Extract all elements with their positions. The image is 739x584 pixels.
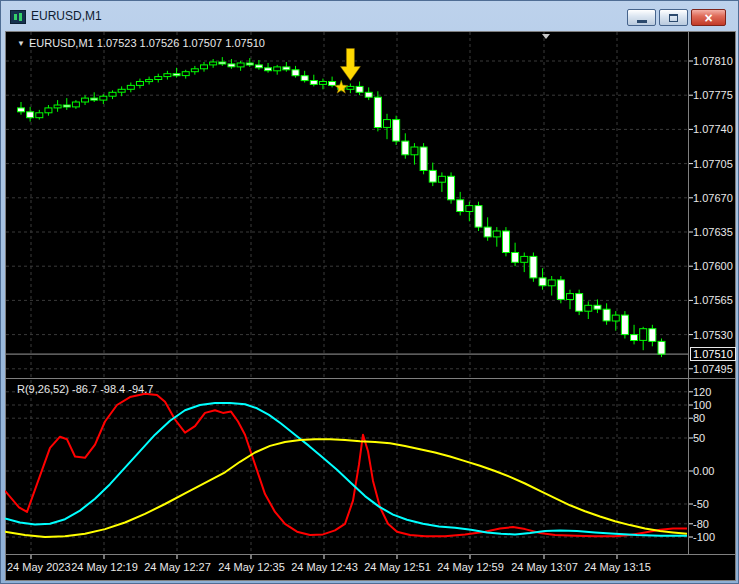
- candle-body: [310, 81, 317, 85]
- candle-body: [210, 62, 217, 65]
- indicator-axis-label: -100: [693, 531, 715, 544]
- candle-body: [649, 329, 656, 342]
- chart-shift-marker-icon[interactable]: [542, 34, 550, 39]
- window-title: EURUSD,M1: [31, 9, 102, 23]
- window-controls: ×: [627, 9, 726, 26]
- candle-body: [100, 96, 107, 100]
- mt4-chart-window: EURUSD,M1 × ▼EURUSD,M1 1.07523 1.07526 1…: [0, 0, 739, 584]
- dropdown-arrow-icon[interactable]: ▼: [17, 39, 25, 48]
- candle-body: [18, 108, 25, 112]
- candle-body: [146, 80, 153, 82]
- candle-body: [329, 82, 336, 86]
- candle-body: [631, 335, 638, 341]
- candle-body: [429, 170, 436, 182]
- indicator-axis-label: 120: [693, 386, 711, 399]
- price-axis-label: 1.07530: [693, 329, 733, 342]
- candle-body: [567, 294, 574, 300]
- indicator-axis-label: 50: [693, 432, 705, 445]
- candle-body: [603, 309, 610, 321]
- candle-body: [384, 120, 391, 128]
- candle-body: [301, 76, 308, 81]
- candle-body: [530, 256, 537, 278]
- candle-body: [63, 105, 70, 107]
- time-axis-label: 24 May 12:59: [434, 561, 507, 574]
- candle-body: [411, 147, 418, 155]
- indicator-axis-label: 80: [693, 412, 705, 425]
- candle-body: [91, 98, 98, 100]
- time-axis-label: 24 May 13:15: [581, 561, 654, 574]
- candle-body: [237, 63, 244, 67]
- indicator-axis-label: -50: [693, 498, 709, 511]
- current-price-tag: 1.07510: [690, 347, 736, 361]
- candle-body: [246, 63, 253, 65]
- time-axis-label: 24 May 13:07: [508, 561, 581, 574]
- price-axis-label: 1.07565: [693, 294, 733, 307]
- candle-body: [82, 98, 89, 102]
- candle-body: [191, 69, 198, 72]
- candle-body: [283, 67, 290, 70]
- candle-body: [484, 227, 491, 237]
- candle-body: [155, 77, 162, 80]
- candle-body: [274, 67, 281, 71]
- candle-body: [36, 113, 43, 118]
- candle-body: [512, 253, 519, 263]
- close-icon: ×: [704, 11, 712, 25]
- candle-body: [402, 141, 409, 155]
- candle-body: [493, 231, 500, 237]
- candlestick-chart[interactable]: [5, 31, 736, 581]
- candle-body: [521, 256, 528, 262]
- price-axis-label: 1.07600: [693, 260, 733, 273]
- indicator-axis-label: -80: [693, 518, 709, 531]
- ohlc-readout: ▼EURUSD,M1 1.07523 1.07526 1.07507 1.075…: [17, 37, 265, 49]
- candle-body: [393, 120, 400, 142]
- candle-body: [265, 68, 272, 71]
- candle-body: [319, 82, 326, 85]
- time-axis-label: 24 May 12:35: [215, 561, 288, 574]
- candle-body: [539, 278, 546, 286]
- price-axis-label: 1.07670: [693, 192, 733, 205]
- candle-body: [127, 85, 134, 89]
- candle-body: [365, 92, 372, 97]
- candle-body: [420, 147, 427, 171]
- candle-body: [356, 86, 363, 92]
- candle-body: [164, 74, 171, 77]
- candle-body: [438, 176, 445, 182]
- chart-window-icon: [10, 10, 26, 24]
- candle-body: [594, 305, 601, 309]
- close-button[interactable]: ×: [691, 9, 726, 26]
- candle-body: [576, 294, 583, 312]
- minimize-button[interactable]: [627, 9, 656, 26]
- candle-body: [219, 62, 226, 64]
- ohlc-readout-text: EURUSD,M1 1.07523 1.07526 1.07507 1.0751…: [29, 37, 265, 49]
- candle-body: [548, 280, 555, 286]
- candle-body: [640, 329, 647, 341]
- candle-body: [466, 206, 473, 212]
- candle-body: [658, 341, 665, 354]
- price-axis-label: 1.07635: [693, 226, 733, 239]
- indicator-axis-label: 100: [693, 399, 711, 412]
- window-titlebar[interactable]: EURUSD,M1 ×: [1, 1, 738, 31]
- candle-body: [255, 65, 262, 68]
- candle-body: [54, 105, 61, 108]
- indicator-axis-label: 0.00: [693, 465, 714, 478]
- indicator-readout: R(9,26,52) -86.7 -98.4 -94.7: [17, 383, 153, 395]
- price-axis-label: 1.07810: [693, 55, 733, 68]
- chart-area[interactable]: ▼EURUSD,M1 1.07523 1.07526 1.07507 1.075…: [5, 31, 736, 581]
- maximize-button[interactable]: [659, 9, 688, 26]
- candle-body: [457, 200, 464, 212]
- indicator-line-fast: [5, 394, 687, 537]
- maximize-icon: [669, 14, 678, 22]
- candle-body: [109, 92, 116, 96]
- indicator-line-medium: [5, 403, 687, 536]
- candle-body: [557, 280, 564, 300]
- candle-body: [27, 112, 34, 118]
- candle-body: [118, 89, 125, 92]
- sell-arrow-icon[interactable]: [340, 49, 360, 81]
- candle-body: [475, 206, 482, 228]
- candle-body: [72, 102, 79, 107]
- candle-body: [448, 176, 455, 200]
- candle-body: [136, 82, 143, 86]
- candle-body: [374, 97, 381, 127]
- price-axis-label: 1.07775: [693, 89, 733, 102]
- minimize-icon: [637, 20, 647, 23]
